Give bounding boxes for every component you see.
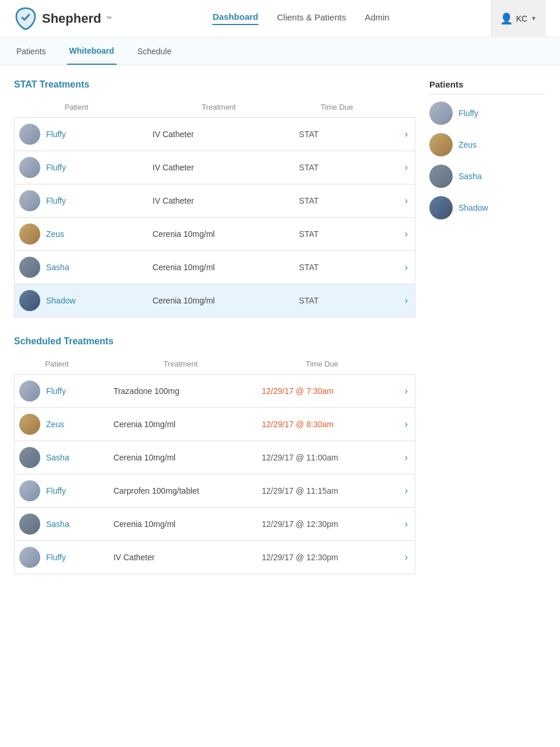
patient-name: Fluffy <box>46 130 66 139</box>
time-due: STAT <box>299 130 319 139</box>
scheduled-section: Scheduled Treatments Patient Treatment T… <box>14 336 415 574</box>
list-item[interactable]: Fluffy <box>429 102 546 125</box>
treatment-name: Cerenia 10mg/ml <box>113 453 176 462</box>
patient-name: Fluffy <box>459 109 478 118</box>
left-panel: STAT Treatments Patient Treatment Time D… <box>14 79 415 593</box>
list-item[interactable]: Sasha <box>429 165 546 188</box>
nav-clients-patients[interactable]: Clients & Patients <box>277 12 346 25</box>
patient-name: Sasha <box>46 519 69 529</box>
table-row[interactable]: Fluffy Trazadone 100mg 12/29/17 @ 7:30am… <box>15 375 415 408</box>
subnav-whiteboard[interactable]: Whiteboard <box>67 38 117 65</box>
row-chevron[interactable]: › <box>389 441 415 474</box>
logo-area: Shepherd™ <box>14 6 111 32</box>
table-row[interactable]: Fluffy IV Catheter STAT › <box>15 151 415 184</box>
row-chevron[interactable]: › <box>382 184 415 218</box>
scheduled-treatments-title: Scheduled Treatments <box>14 336 415 347</box>
avatar <box>19 381 40 402</box>
chevron-down-icon: ▼ <box>531 15 537 22</box>
patient-cell: Fluffy <box>19 480 99 501</box>
logo-text: Shepherd <box>42 11 101 26</box>
patient-name: Zeus <box>46 229 64 239</box>
treatment-name: IV Catheter <box>153 196 194 205</box>
avatar <box>19 447 40 468</box>
time-due: STAT <box>299 163 319 172</box>
treatment-name: Cerenia 10mg/ml <box>153 296 215 305</box>
row-chevron[interactable]: › <box>382 284 415 317</box>
table-row[interactable]: Sasha Cerenia 10mg/ml 12/29/17 @ 11:00am… <box>15 441 415 474</box>
patient-name: Zeus <box>46 420 64 429</box>
subnav-patients[interactable]: Patients <box>14 39 48 64</box>
table-row[interactable]: Zeus Cerenia 10mg/ml STAT › <box>15 218 415 251</box>
table-row[interactable]: Fluffy IV Catheter STAT › <box>15 118 415 151</box>
table-row[interactable]: Sasha Cerenia 10mg/ml 12/29/17 @ 12:30pm… <box>15 508 415 541</box>
user-menu[interactable]: 👤 KC ▼ <box>491 0 546 37</box>
time-due: 12/29/17 @ 12:30pm <box>262 519 338 529</box>
patient-name: Fluffy <box>46 553 66 562</box>
avatar <box>19 124 40 145</box>
stat-section: STAT Treatments Patient Treatment Time D… <box>14 79 415 317</box>
avatar <box>19 480 40 501</box>
sub-nav: Patients Whiteboard Schedule <box>0 37 560 65</box>
row-chevron[interactable]: › <box>389 541 415 574</box>
scheduled-table-body: Fluffy Trazadone 100mg 12/29/17 @ 7:30am… <box>15 375 415 574</box>
list-item[interactable]: Zeus <box>429 133 546 156</box>
table-row[interactable]: Fluffy IV Catheter STAT › <box>15 184 415 218</box>
row-chevron[interactable]: › <box>382 218 415 251</box>
patient-cell: Sasha <box>19 514 99 535</box>
avatar <box>19 224 40 245</box>
shepherd-logo-icon <box>14 6 37 32</box>
patient-name: Fluffy <box>46 386 66 396</box>
time-due: 12/29/17 @ 8:30am <box>262 420 334 429</box>
stat-col-patient: Patient <box>15 99 146 118</box>
list-item[interactable]: Shadow <box>429 196 546 219</box>
patient-cell: Shadow <box>19 290 139 311</box>
avatar <box>19 190 40 211</box>
avatar <box>429 102 453 125</box>
treatment-name: IV Catheter <box>153 130 194 139</box>
patient-name: Zeus <box>459 140 477 149</box>
table-row[interactable]: Shadow Cerenia 10mg/ml STAT › <box>15 284 415 317</box>
avatar <box>429 196 453 219</box>
row-chevron[interactable]: › <box>389 408 415 441</box>
patients-sidebar-title: Patients <box>429 79 546 95</box>
time-due: 12/29/17 @ 11:15am <box>262 486 338 495</box>
sched-col-treatment: Treatment <box>106 356 254 375</box>
subnav-schedule[interactable]: Schedule <box>135 39 174 64</box>
treatment-name: IV Catheter <box>113 553 155 562</box>
time-due: STAT <box>299 229 319 239</box>
avatar <box>429 133 453 156</box>
time-due: STAT <box>299 263 319 272</box>
time-due: STAT <box>299 196 319 205</box>
table-row[interactable]: Fluffy Carprofen 100mg/tablet 12/29/17 @… <box>15 474 415 508</box>
row-chevron[interactable]: › <box>382 118 415 151</box>
patient-cell: Fluffy <box>19 157 139 178</box>
avatar <box>19 547 40 568</box>
scheduled-treatments-table: Patient Treatment Time Due Fluffy Trazad… <box>14 356 415 574</box>
avatar <box>19 414 40 435</box>
row-chevron[interactable]: › <box>389 508 415 541</box>
patient-name: Fluffy <box>46 196 66 205</box>
row-chevron[interactable]: › <box>389 375 415 408</box>
stat-treatments-table: Patient Treatment Time Due Fluffy IV Cat… <box>14 99 415 317</box>
patient-cell: Sasha <box>19 447 99 468</box>
time-due: STAT <box>299 296 319 305</box>
nav-dashboard[interactable]: Dashboard <box>212 12 258 25</box>
treatment-name: IV Catheter <box>153 163 194 172</box>
table-row[interactable]: Fluffy IV Catheter 12/29/17 @ 12:30pm › <box>15 541 415 574</box>
stat-table-header: Patient Treatment Time Due <box>15 99 415 118</box>
right-panel: Patients Fluffy Zeus Sasha Shadow <box>429 79 546 593</box>
row-chevron[interactable]: › <box>382 151 415 184</box>
nav-admin[interactable]: Admin <box>365 12 390 25</box>
user-label: KC <box>516 14 527 23</box>
patient-name: Shadow <box>46 296 76 305</box>
treatment-name: Carprofen 100mg/tablet <box>113 486 199 495</box>
patient-name: Sasha <box>46 263 69 272</box>
row-chevron[interactable]: › <box>382 251 415 284</box>
row-chevron[interactable]: › <box>389 474 415 508</box>
logo-tm: ™ <box>106 15 111 22</box>
table-row[interactable]: Sasha Cerenia 10mg/ml STAT › <box>15 251 415 284</box>
table-row[interactable]: Zeus Cerenia 10mg/ml 12/29/17 @ 8:30am › <box>15 408 415 441</box>
patient-cell: Zeus <box>19 414 99 435</box>
patient-name: Fluffy <box>46 486 66 495</box>
time-due: 12/29/17 @ 12:30pm <box>262 553 338 562</box>
